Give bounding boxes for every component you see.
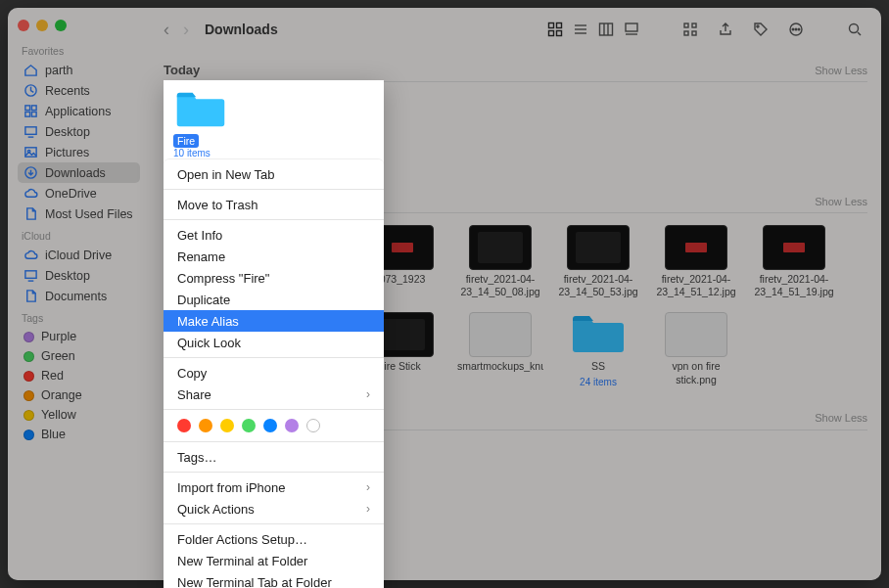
tag-color-swatch[interactable] — [242, 419, 256, 432]
share-button[interactable] — [713, 19, 738, 40]
sidebar-item-label: Red — [41, 369, 64, 383]
context-menu-label: Tags… — [177, 450, 216, 465]
file-label: vpn on fire stick.png — [653, 360, 739, 385]
context-menu-label: Get Info — [177, 228, 222, 243]
image-thumb — [469, 312, 532, 357]
forward-button[interactable]: › — [183, 20, 189, 40]
file-item[interactable]: vpn on fire stick.png — [653, 312, 739, 386]
svg-line-34 — [858, 32, 861, 35]
sidebar-item-label: Recents — [45, 84, 90, 98]
file-label: SS — [591, 360, 605, 373]
sidebar-item-red[interactable]: Red — [18, 366, 140, 385]
file-item[interactable]: smartmockups_knujfe0l.jpg — [457, 312, 543, 386]
chevron-right-icon: › — [366, 480, 370, 494]
context-menu-item[interactable]: Share› — [164, 384, 384, 405]
view-list-button[interactable] — [568, 19, 593, 40]
svg-point-32 — [798, 28, 800, 30]
sidebar-item-documents[interactable]: Documents — [18, 286, 140, 306]
context-menu-item[interactable]: Compress "Fire" — [164, 267, 384, 289]
sidebar-item-pictures[interactable]: Pictures — [18, 142, 140, 162]
tag-button[interactable] — [748, 19, 773, 40]
cloud-icon — [23, 186, 38, 201]
maximize-button[interactable] — [55, 20, 67, 31]
view-icon-button[interactable] — [542, 19, 568, 40]
context-menu-item[interactable]: Tags… — [164, 446, 384, 468]
show-less-button[interactable]: Show Less — [815, 412, 867, 424]
sidebar-item-desktop[interactable]: Desktop — [18, 265, 140, 286]
file-item[interactable]: firetv_2021-04-23_14_50_53.jpg — [555, 225, 641, 298]
context-menu-item[interactable]: Move to Trash — [164, 194, 384, 215]
tag-color-swatch[interactable] — [285, 419, 299, 432]
tag-color-swatch[interactable] — [220, 419, 234, 432]
context-menu-item[interactable]: Folder Actions Setup… — [164, 528, 384, 550]
context-menu-item[interactable]: New Terminal at Folder — [164, 550, 384, 571]
sidebar-item-yellow[interactable]: Yellow — [18, 405, 140, 425]
sidebar-header: iCloud — [22, 230, 140, 242]
toolbar: ‹ › Downloads — [150, 8, 881, 51]
svg-rect-15 — [557, 31, 562, 36]
sidebar-item-recents[interactable]: Recents — [18, 80, 140, 101]
tag-color-swatch[interactable] — [263, 419, 277, 432]
tag-color-swatch[interactable] — [199, 419, 212, 432]
show-less-button[interactable]: Show Less — [815, 196, 867, 207]
tag-color-swatch[interactable] — [177, 419, 191, 432]
file-item[interactable]: firetv_2021-04-23_14_50_08.jpg — [457, 225, 543, 298]
svg-rect-10 — [25, 271, 36, 279]
tag-dot-icon — [23, 390, 34, 401]
context-menu-item[interactable]: Get Info — [164, 224, 384, 246]
context-menu-item[interactable]: Rename — [164, 246, 384, 267]
sidebar-item-onedrive[interactable]: OneDrive — [18, 183, 140, 204]
search-button[interactable] — [842, 19, 867, 40]
action-button[interactable] — [783, 19, 809, 40]
file-item[interactable]: firetv_2021-04-23_14_51_19.jpg — [751, 225, 837, 298]
close-button[interactable] — [18, 20, 29, 31]
context-menu-item[interactable]: Copy — [164, 362, 384, 384]
view-switcher — [542, 19, 644, 40]
svg-point-30 — [792, 28, 794, 30]
sidebar-item-label: Desktop — [45, 269, 90, 283]
svg-rect-26 — [684, 31, 688, 35]
sidebar-item-purple[interactable]: Purple — [18, 327, 140, 346]
context-menu-item[interactable]: Open in New Tab — [164, 163, 384, 185]
sidebar-item-applications[interactable]: Applications — [18, 101, 140, 121]
context-menu-item[interactable]: Duplicate — [164, 289, 384, 310]
svg-rect-2 — [31, 106, 36, 111]
svg-rect-4 — [31, 112, 36, 116]
context-menu-label: Open in New Tab — [177, 167, 275, 182]
context-menu-item[interactable]: Import from iPhone› — [164, 476, 384, 498]
sidebar-item-label: Blue — [41, 428, 66, 441]
image-thumb — [567, 225, 630, 270]
sidebar-item-orange[interactable]: Orange — [18, 385, 140, 405]
view-gallery-button[interactable] — [619, 19, 644, 40]
context-menu-item[interactable]: Quick Actions› — [164, 498, 384, 520]
context-menu-item[interactable]: Make Alias — [164, 310, 384, 332]
sidebar-item-label: OneDrive — [45, 187, 97, 201]
file-item[interactable]: firetv_2021-04-23_14_51_12.jpg — [653, 225, 739, 298]
sidebar-item-downloads[interactable]: Downloads — [18, 162, 140, 183]
sidebar-item-icloud-drive[interactable]: iCloud Drive — [18, 245, 140, 265]
back-button[interactable]: ‹ — [164, 20, 169, 40]
tag-color-none[interactable] — [306, 419, 320, 432]
sidebar-item-parth[interactable]: parth — [18, 60, 140, 80]
doc-icon — [23, 206, 38, 221]
context-menu-label: Quick Look — [177, 336, 241, 350]
sidebar-item-blue[interactable]: Blue — [18, 425, 140, 444]
image-thumb — [763, 225, 825, 270]
context-menu-item[interactable]: New Terminal Tab at Folder — [164, 571, 384, 588]
sidebar-item-desktop[interactable]: Desktop — [18, 121, 140, 142]
svg-rect-25 — [692, 23, 696, 27]
context-menu-label: Duplicate — [177, 293, 230, 307]
sidebar-item-most-used-files[interactable]: Most Used Files — [18, 204, 140, 224]
context-menu-item[interactable]: Quick Look — [164, 332, 384, 353]
group-button[interactable] — [678, 19, 703, 40]
sidebar-item-label: Downloads — [45, 166, 106, 180]
view-column-button[interactable] — [593, 19, 619, 40]
file-sublabel: 24 items — [580, 377, 617, 387]
svg-rect-22 — [626, 23, 637, 31]
show-less-button[interactable]: Show Less — [815, 65, 867, 76]
sidebar-item-green[interactable]: Green — [18, 346, 140, 366]
svg-point-28 — [757, 25, 759, 27]
minimize-button[interactable] — [36, 20, 48, 31]
sidebar-item-label: Desktop — [45, 125, 90, 139]
file-item[interactable]: SS24 items — [555, 312, 641, 386]
